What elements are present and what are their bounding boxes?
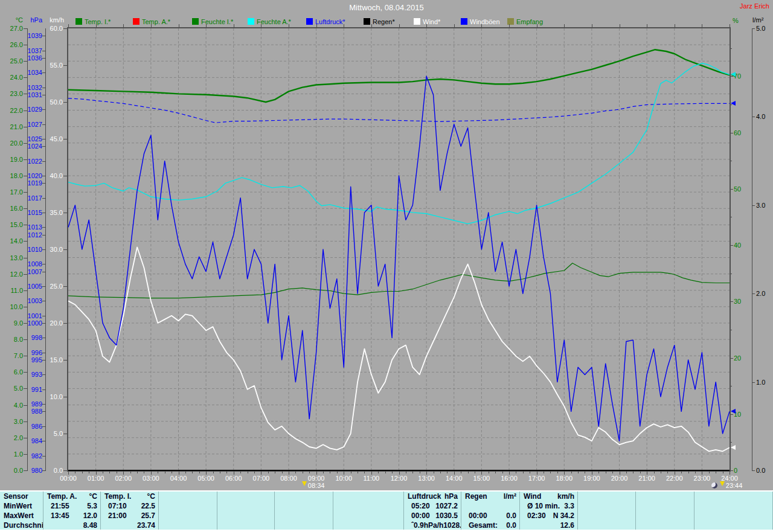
pressure-tick (42, 301, 45, 301)
table-row (333, 511, 403, 521)
wind-tick-label: 30.0 (39, 246, 63, 253)
wind-tick-label: 50.0 (39, 98, 63, 106)
time-tick (371, 472, 372, 475)
time-tick-top (316, 24, 317, 27)
table-row (159, 511, 217, 521)
time-minor-tick (337, 472, 338, 473)
table-cell-value: 0.0 (506, 511, 516, 521)
pressure-tick-label: 1039 (18, 32, 42, 39)
table-row: 8.48 (43, 521, 100, 530)
humidity-tick (730, 358, 733, 359)
time-minor-tick (633, 472, 633, 473)
legend-label: Luftdruck* (315, 18, 345, 25)
wind-tick (63, 360, 68, 361)
time-tick-label: 12:00 (386, 475, 412, 482)
humidity-tick (730, 245, 733, 246)
table-label-column: SensorMinWertMaxWertDurchschnitt (0, 492, 43, 530)
time-minor-tick (158, 472, 158, 473)
celsius-tick (24, 241, 27, 242)
legend-swatch-icon (306, 18, 313, 25)
rain-axis-line (752, 28, 752, 471)
humidity-minor-tick (730, 48, 732, 49)
pressure-tick-label: 986 (18, 423, 42, 430)
pressure-tick (42, 88, 45, 88)
chart-plot-area (68, 28, 730, 470)
table-sensor-column: Regenl/m²00:000.0Gesamt:0.0 (461, 492, 520, 530)
humidity-minor-tick (730, 274, 732, 274)
time-minor-tick (412, 472, 413, 473)
time-minor-tick (578, 472, 579, 473)
time-minor-tick (103, 472, 103, 473)
pressure-tick (42, 353, 45, 353)
time-minor-tick (295, 472, 296, 473)
humidity-tick (730, 470, 733, 471)
time-minor-tick (571, 472, 572, 473)
table-cell-time: 02:30 (527, 511, 546, 521)
time-minor-tick (612, 472, 613, 473)
time-minor-tick (716, 472, 716, 473)
table-cell-time: Ø 10 min. (527, 501, 560, 511)
time-tick-label: 23:00 (688, 475, 715, 482)
table-column-header: LuftdruckhPa (404, 492, 461, 501)
time-tick (344, 472, 344, 475)
celsius-tick (24, 290, 27, 291)
table-sensor-column (694, 492, 773, 530)
pressure-tick-label: 991 (18, 386, 42, 393)
table-column-header: Temp. I.°C (101, 492, 158, 501)
time-minor-tick (723, 472, 723, 473)
pressure-tick (42, 146, 45, 147)
weather-chart-app: Mittwoch, 08.04.2015 Jarz Erich °C hPa k… (0, 0, 773, 532)
rain-tick (752, 205, 755, 206)
humidity-tick (730, 301, 733, 302)
celsius-tick (24, 77, 27, 78)
time-tick-top (261, 24, 261, 27)
pressure-tick-label: 996 (18, 349, 42, 356)
time-tick (564, 472, 565, 475)
table-row (636, 521, 694, 530)
event-time-label: 08:34 (308, 482, 325, 489)
time-tick-top (371, 24, 372, 27)
table-cell-value: 0.0 (506, 521, 516, 530)
time-tick (289, 472, 289, 475)
table-sensor-name: Temp. A. (47, 492, 77, 501)
table-column-header (636, 492, 694, 501)
table-cell-time: 05:20 (411, 501, 430, 511)
time-tick-label: 22:00 (661, 475, 688, 482)
current-value-marker-icon (731, 101, 736, 106)
table-column-header: Temp. A.°C (43, 492, 100, 501)
legend-swatch-icon (507, 18, 514, 25)
pressure-tick-label: 998 (18, 334, 42, 341)
table-row (694, 501, 772, 511)
pressure-tick-label: 1036 (18, 54, 42, 62)
humidity-tick-label: 0 (734, 467, 748, 474)
pressure-tick (42, 95, 45, 95)
table-sensor-unit: l/m² (504, 492, 516, 501)
time-minor-tick (213, 472, 214, 473)
time-minor-tick (351, 472, 351, 473)
pressure-tick (42, 389, 45, 390)
table-row: 21:555.3 (43, 501, 100, 511)
time-tick-top (592, 24, 592, 27)
pressure-tick-label: 1024 (18, 143, 42, 150)
table-column-header (333, 492, 403, 501)
wind-tick-label: 25.0 (39, 283, 63, 290)
table-row (275, 501, 333, 511)
wind-tick (63, 102, 68, 103)
time-minor-tick (392, 472, 393, 473)
table-row: 23.74 (101, 521, 158, 530)
time-tick (68, 472, 69, 475)
wind-tick-label: 40.0 (39, 172, 63, 179)
table-row (333, 521, 403, 530)
time-minor-tick (661, 472, 661, 473)
time-minor-tick (598, 472, 599, 473)
humidity-minor-tick (730, 386, 732, 386)
humidity-minor-tick (730, 217, 732, 217)
table-column-header (694, 492, 772, 501)
pressure-tick-label: 1022 (18, 158, 42, 165)
time-minor-tick (530, 472, 530, 473)
table-sensor-column: Temp. A.°C21:555.313:4512.08.48 (43, 492, 101, 530)
time-tick (620, 472, 620, 475)
humidity-tick (730, 189, 733, 190)
table-row: 02:30N 34.2 (520, 511, 577, 521)
table-sensor-column (636, 492, 694, 530)
